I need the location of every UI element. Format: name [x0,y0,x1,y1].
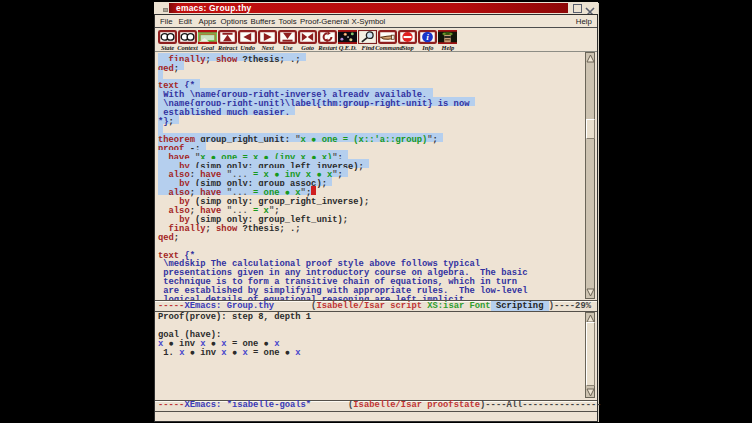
svg-text:i: i [427,32,430,42]
